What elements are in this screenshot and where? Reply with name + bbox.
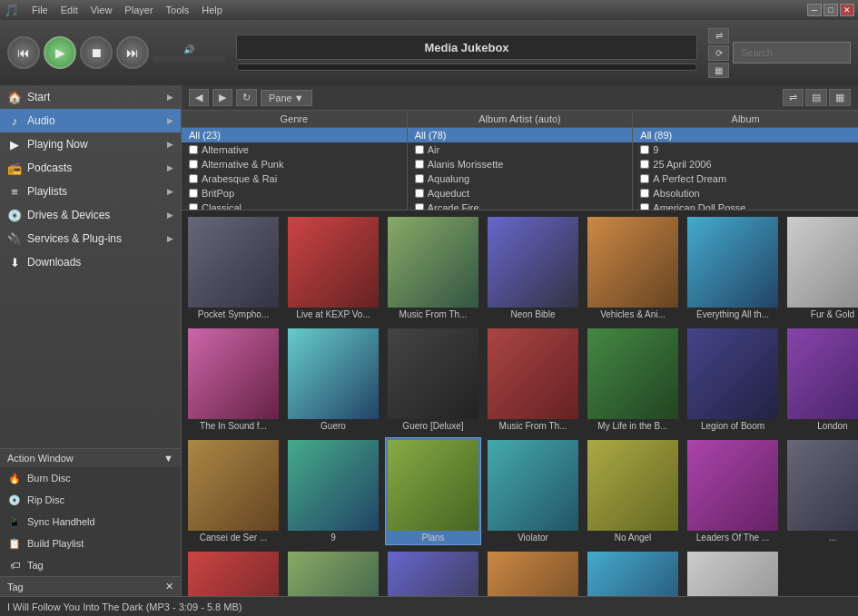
genre-alt-punk[interactable]: Alternative & Punk: [182, 157, 407, 171]
artist-air[interactable]: Air: [408, 142, 633, 157]
sidebar-item-drives-devices[interactable]: 💿 Drives & Devices ▶: [0, 203, 181, 227]
sidebar-item-playlists[interactable]: ≡ Playlists ▶: [0, 180, 181, 203]
album-item[interactable]: Legion of Boom: [685, 326, 781, 434]
action-window-header[interactable]: Action Window ▼: [0, 449, 181, 467]
shuffle-button[interactable]: ⇌: [708, 28, 729, 44]
genre-alt-punk-checkbox[interactable]: [189, 160, 198, 169]
genre-classical[interactable]: Classical: [182, 200, 407, 210]
album-item[interactable]: Everything All th...: [685, 214, 781, 322]
forward-button[interactable]: ▶: [212, 89, 232, 106]
album-9[interactable]: 9: [633, 142, 858, 157]
album-absolution[interactable]: Absolution: [633, 186, 858, 200]
album-25-april-checkbox[interactable]: [640, 160, 649, 169]
prev-button[interactable]: ⏮: [7, 36, 40, 69]
sidebar-item-playing-now[interactable]: ▶ Playing Now ▶: [0, 132, 181, 156]
genre-britpop[interactable]: BritPop: [182, 186, 407, 200]
back-button[interactable]: ◀: [189, 89, 209, 106]
album-item[interactable]: No Angel: [585, 437, 681, 545]
album-item[interactable]: Cansei de Ser ...: [185, 437, 281, 545]
search-input[interactable]: [733, 42, 851, 64]
artist-alanis[interactable]: Alanis Morissette: [408, 157, 633, 171]
artist-air-checkbox[interactable]: [415, 145, 424, 154]
album-item[interactable]: ...: [585, 549, 681, 596]
album-item[interactable]: Vehicles & Ani...: [585, 214, 681, 322]
menu-edit[interactable]: Edit: [55, 3, 84, 17]
close-button[interactable]: ✕: [840, 4, 854, 16]
volume-slider[interactable]: [153, 56, 225, 62]
album-item[interactable]: Guero: [285, 326, 381, 434]
view-grid-button[interactable]: ▦: [829, 89, 851, 106]
album-perfect-dream[interactable]: A Perfect Dream: [633, 171, 858, 186]
album-absolution-checkbox[interactable]: [640, 189, 649, 198]
sidebar-item-podcasts[interactable]: 📻 Podcasts ▶: [0, 156, 181, 180]
album-american-doll-checkbox[interactable]: [640, 203, 649, 210]
repeat-button[interactable]: ⟳: [708, 45, 729, 61]
album-item[interactable]: 9: [285, 437, 381, 545]
menu-player[interactable]: Player: [119, 3, 158, 17]
artist-alanis-checkbox[interactable]: [415, 160, 424, 169]
genre-arabesque[interactable]: Arabesque & Rai: [182, 171, 407, 186]
sidebar-item-services[interactable]: 🔌 Services & Plug-ins ▶: [0, 227, 181, 250]
album-item[interactable]: ...: [185, 549, 281, 596]
genre-alternative-checkbox[interactable]: [189, 145, 198, 154]
artist-aqueduct-checkbox[interactable]: [415, 189, 424, 198]
artist-aqualung[interactable]: Aqualung: [408, 171, 633, 186]
album-item[interactable]: Guero [Deluxe]: [385, 326, 481, 434]
menu-tools[interactable]: Tools: [161, 3, 195, 17]
album-perfect-dream-checkbox[interactable]: [640, 174, 649, 183]
album-all[interactable]: All (89): [633, 128, 858, 142]
album-item[interactable]: Plans: [385, 437, 481, 545]
pane-button[interactable]: Pane ▼: [261, 90, 312, 106]
genre-classical-checkbox[interactable]: [189, 203, 198, 210]
rip-disc-item[interactable]: 💿 Rip Disc: [0, 489, 181, 511]
genre-arabesque-checkbox[interactable]: [189, 174, 198, 183]
sidebar-item-downloads[interactable]: ⬇ Downloads: [0, 250, 181, 274]
artist-all[interactable]: All (78): [408, 128, 633, 142]
refresh-button[interactable]: ↻: [236, 89, 257, 106]
album-item[interactable]: Music From Th...: [485, 326, 581, 434]
album-item[interactable]: My Life in the B...: [585, 326, 681, 434]
album-9-checkbox[interactable]: [640, 145, 649, 154]
artist-aqualung-checkbox[interactable]: [415, 174, 424, 183]
equalizer-button[interactable]: ▦: [708, 63, 729, 78]
album-item[interactable]: ...: [485, 549, 581, 596]
album-item[interactable]: Live at KEXP Vo...: [285, 214, 381, 322]
build-playlist-item[interactable]: 📋 Build Playlist: [0, 533, 181, 554]
genre-all[interactable]: All (23): [182, 128, 407, 142]
sync-handheld-item[interactable]: 📱 Sync Handheld: [0, 511, 181, 533]
album-item[interactable]: Leaders Of The ...: [685, 437, 781, 545]
album-item[interactable]: ...: [285, 549, 381, 596]
album-item[interactable]: ...: [685, 549, 781, 596]
minimize-button[interactable]: ─: [807, 4, 822, 16]
artist-arcade-fire-checkbox[interactable]: [415, 203, 424, 210]
view-shuffle-button[interactable]: ⇌: [783, 89, 804, 106]
menu-file[interactable]: File: [26, 3, 54, 17]
menu-view[interactable]: View: [85, 3, 118, 17]
album-25-april[interactable]: 25 April 2006: [633, 157, 858, 171]
album-american-doll[interactable]: American Doll Posse: [633, 200, 858, 210]
album-item[interactable]: The In Sound f...: [185, 326, 281, 434]
album-item[interactable]: London: [784, 326, 858, 434]
sidebar-item-start[interactable]: 🏠 Start ▶: [0, 85, 181, 109]
menu-help[interactable]: Help: [196, 3, 228, 17]
album-item[interactable]: Violator: [485, 437, 581, 545]
album-item[interactable]: Fur & Gold: [784, 214, 858, 322]
album-item[interactable]: Music From Th...: [385, 214, 481, 322]
album-item[interactable]: ...: [784, 437, 858, 545]
tag-close-button[interactable]: ✕: [165, 581, 173, 592]
album-item[interactable]: Neon Bible: [485, 214, 581, 322]
maximize-button[interactable]: □: [823, 4, 838, 16]
burn-disc-item[interactable]: 🔥 Burn Disc: [0, 467, 181, 489]
sidebar-item-audio[interactable]: ♪ Audio ▶: [0, 109, 181, 132]
tag-item[interactable]: 🏷 Tag: [0, 554, 181, 576]
stop-button[interactable]: ⏹: [80, 36, 113, 69]
view-list-button[interactable]: ▤: [805, 89, 827, 106]
artist-aqueduct[interactable]: Aqueduct: [408, 186, 633, 200]
album-item[interactable]: ...: [385, 549, 481, 596]
genre-alternative[interactable]: Alternative: [182, 142, 407, 157]
album-item[interactable]: Pocket Sympho...: [185, 214, 281, 322]
play-button[interactable]: ▶: [44, 36, 76, 69]
progress-bar[interactable]: [236, 64, 697, 71]
artist-arcade-fire[interactable]: Arcade Fire: [408, 200, 633, 210]
genre-britpop-checkbox[interactable]: [189, 189, 198, 198]
